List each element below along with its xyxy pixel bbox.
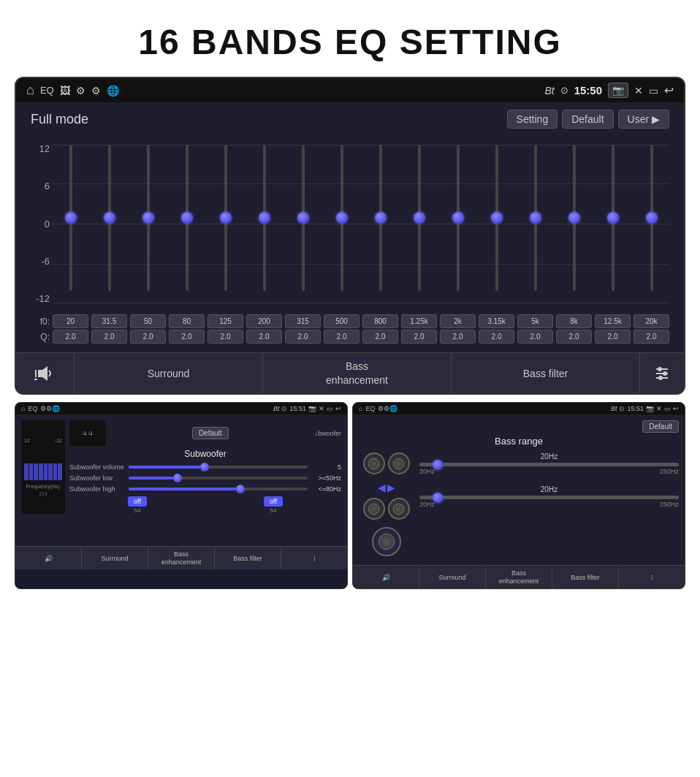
toolbar-bass-enhancement[interactable]: Bassenhancement xyxy=(263,353,452,393)
eq-band-7[interactable] xyxy=(324,136,359,311)
sub1-vol-slider[interactable] xyxy=(129,466,308,469)
q-chip-12[interactable]: 2.0 xyxy=(517,330,553,344)
eq-slider-knob-7[interactable] xyxy=(336,212,348,224)
q-chip-4[interactable]: 2.0 xyxy=(208,330,243,344)
sub1-tb-speaker[interactable]: 🔊 xyxy=(15,547,82,569)
sub2-tb-bass-enh[interactable]: Bassenhancement xyxy=(486,566,552,588)
toolbar-adjust[interactable] xyxy=(640,353,684,393)
freq-chip-9[interactable]: 1.25k xyxy=(401,314,437,328)
q-chip-7[interactable]: 2.0 xyxy=(324,330,359,344)
eq-slider-knob-8[interactable] xyxy=(375,212,387,224)
eq-slider-knob-9[interactable] xyxy=(414,212,425,224)
q-chip-2[interactable]: 2.0 xyxy=(130,330,166,344)
home-icon[interactable]: ⌂ xyxy=(26,83,34,98)
sub1-tb-bass-filter[interactable]: Bass filter xyxy=(215,547,281,569)
sub1-vol-row[interactable]: Subwoofer volume 5 xyxy=(69,463,341,471)
q-chip-3[interactable]: 2.0 xyxy=(169,330,205,344)
window-icon[interactable]: ▭ xyxy=(649,85,658,96)
sub1-off-badge-right[interactable]: off xyxy=(264,496,283,507)
eq-band-4[interactable] xyxy=(208,136,243,311)
freq-chip-6[interactable]: 315 xyxy=(285,314,321,328)
eq-slider-knob-0[interactable] xyxy=(65,212,77,224)
eq-slider-knob-12[interactable] xyxy=(530,212,541,224)
q-chip-8[interactable]: 2.0 xyxy=(362,330,398,344)
eq-slider-knob-10[interactable] xyxy=(452,212,464,224)
freq-chip-8[interactable]: 800 xyxy=(362,314,398,328)
sub1-high-slider[interactable] xyxy=(129,488,308,490)
eq-slider-knob-13[interactable] xyxy=(568,212,580,224)
sub1-tb-surround[interactable]: Surround xyxy=(82,547,148,569)
eq-slider-knob-14[interactable] xyxy=(607,212,619,224)
camera-icon[interactable]: 📷 xyxy=(608,83,628,98)
eq-slider-track-12[interactable] xyxy=(534,145,537,291)
freq-chip-14[interactable]: 12.5k xyxy=(595,314,631,328)
eq-band-8[interactable] xyxy=(362,136,398,311)
eq-slider-knob-11[interactable] xyxy=(491,212,503,224)
sub1-tb-adj[interactable]: ⫶ xyxy=(281,547,347,569)
toolbar-surround[interactable]: Surround xyxy=(75,353,263,393)
eq-slider-track-3[interactable] xyxy=(186,145,189,291)
sub2-tb-bass-filter[interactable]: Bass filter xyxy=(552,566,619,588)
eq-band-13[interactable] xyxy=(556,136,592,311)
sub1-high-row[interactable]: Subwoofer high <=80Hz xyxy=(69,485,341,493)
q-chip-13[interactable]: 2.0 xyxy=(556,330,592,344)
sub1-low-slider[interactable] xyxy=(129,477,308,480)
sub2-tb-speaker[interactable]: 🔊 xyxy=(353,566,419,588)
eq-slider-knob-2[interactable] xyxy=(142,212,154,224)
eq-slider-track-15[interactable] xyxy=(650,145,653,291)
eq-slider-track-2[interactable] xyxy=(147,145,150,291)
q-chip-1[interactable]: 2.0 xyxy=(91,330,127,344)
eq-slider-track-1[interactable] xyxy=(108,145,111,291)
eq-slider-knob-5[interactable] xyxy=(259,212,270,224)
eq-slider-track-8[interactable] xyxy=(379,145,382,291)
eq-band-0[interactable] xyxy=(53,136,88,311)
eq-slider-track-13[interactable] xyxy=(573,145,576,291)
eq-band-12[interactable] xyxy=(517,136,553,311)
eq-slider-track-6[interactable] xyxy=(302,145,305,291)
eq-slider-knob-4[interactable] xyxy=(220,212,232,224)
eq-slider-knob-15[interactable] xyxy=(646,212,658,224)
freq-chip-15[interactable]: 20k xyxy=(634,314,669,328)
eq-slider-knob-6[interactable] xyxy=(297,212,309,224)
user-button[interactable]: User ▶ xyxy=(618,110,669,129)
default-button[interactable]: Default xyxy=(562,110,613,129)
eq-band-5[interactable] xyxy=(246,136,282,311)
eq-slider-track-4[interactable] xyxy=(224,145,227,291)
q-chip-0[interactable]: 2.0 xyxy=(53,330,88,344)
eq-slider-track-11[interactable] xyxy=(495,145,498,291)
sub2-default-btn[interactable]: Default xyxy=(642,420,679,433)
freq-chip-2[interactable]: 50 xyxy=(130,314,166,328)
freq-chip-7[interactable]: 500 xyxy=(324,314,359,328)
eq-band-2[interactable] xyxy=(130,136,166,311)
freq-chip-13[interactable]: 8k xyxy=(556,314,592,328)
eq-band-15[interactable] xyxy=(634,136,669,311)
sub1-low-row[interactable]: Subwoofer low >=50Hz xyxy=(69,474,341,482)
eq-band-9[interactable] xyxy=(401,136,437,311)
freq-chip-1[interactable]: 31.5 xyxy=(91,314,127,328)
freq-chip-10[interactable]: 2k xyxy=(440,314,476,328)
freq-chip-5[interactable]: 200 xyxy=(246,314,282,328)
q-chip-6[interactable]: 2.0 xyxy=(285,330,321,344)
sub1-tb-bass-enh[interactable]: Bassenhancement xyxy=(148,547,215,569)
eq-slider-knob-1[interactable] xyxy=(104,212,115,224)
freq-chip-4[interactable]: 125 xyxy=(208,314,243,328)
eq-band-11[interactable] xyxy=(479,136,514,311)
q-chip-14[interactable]: 2.0 xyxy=(595,330,631,344)
freq-chip-11[interactable]: 3.15k xyxy=(479,314,514,328)
eq-slider-track-7[interactable] xyxy=(341,145,343,291)
q-chip-10[interactable]: 2.0 xyxy=(440,330,476,344)
eq-band-6[interactable] xyxy=(285,136,321,311)
eq-band-1[interactable] xyxy=(91,136,127,311)
eq-slider-track-14[interactable] xyxy=(612,145,615,291)
sub1-off-badge-left[interactable]: off xyxy=(128,496,147,507)
toolbar-bass-filter[interactable]: Bass filter xyxy=(452,353,640,393)
toolbar-speaker[interactable] xyxy=(16,353,75,393)
freq-chip-0[interactable]: 20 xyxy=(53,314,88,328)
sub2-tb-adj[interactable]: ⫶ xyxy=(619,566,685,588)
eq-slider-track-5[interactable] xyxy=(263,145,266,291)
sub2-sec1-bar[interactable] xyxy=(419,463,679,466)
eq-band-3[interactable] xyxy=(169,136,205,311)
eq-slider-track-0[interactable] xyxy=(69,145,72,291)
close-icon[interactable]: ✕ xyxy=(634,85,643,96)
q-chip-9[interactable]: 2.0 xyxy=(401,330,437,344)
